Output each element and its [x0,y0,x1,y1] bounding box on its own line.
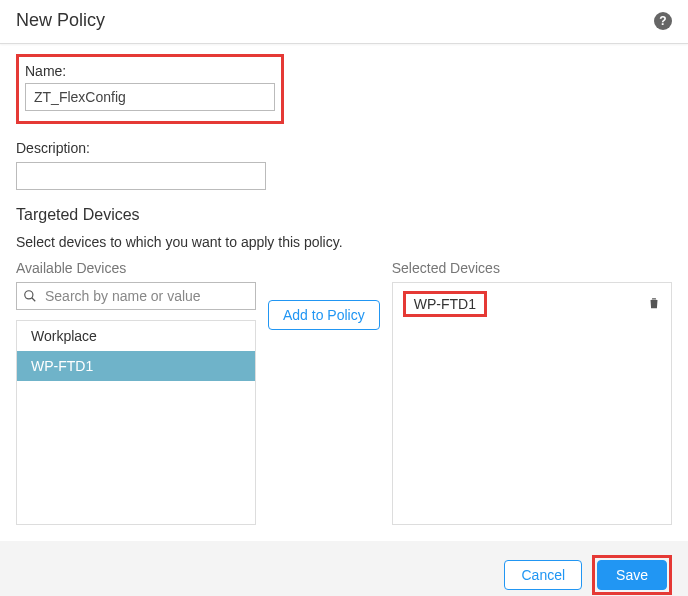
save-button[interactable]: Save [597,560,667,590]
list-item[interactable]: Workplace [17,321,255,351]
search-input[interactable] [43,287,249,305]
name-label: Name: [25,63,275,79]
svg-point-0 [25,291,33,299]
search-box[interactable] [16,282,256,310]
dialog-header: New Policy ? [0,0,688,44]
cancel-button[interactable]: Cancel [504,560,582,590]
name-field-highlight: Name: [16,54,284,124]
available-devices-label: Available Devices [16,260,256,276]
add-to-policy-button[interactable]: Add to Policy [268,300,380,330]
dialog-title: New Policy [16,10,105,31]
dialog-footer: Cancel Save [0,541,688,596]
targeted-devices-instructions: Select devices to which you want to appl… [16,234,672,250]
selected-devices-label: Selected Devices [392,260,672,276]
available-devices-list: Workplace WP-FTD1 [16,320,256,525]
selected-device-label: WP-FTD1 [414,296,476,312]
save-button-highlight: Save [592,555,672,595]
dialog-content: Name: Description: Targeted Devices Sele… [0,44,688,541]
help-icon[interactable]: ? [654,12,672,30]
selected-devices-list: WP-FTD1 [392,282,672,525]
svg-line-1 [32,298,36,302]
search-icon [23,289,37,303]
description-label: Description: [16,140,672,156]
selected-device-highlight: WP-FTD1 [403,291,487,317]
list-item: WP-FTD1 [403,291,661,317]
targeted-devices-title: Targeted Devices [16,206,672,224]
list-item[interactable]: WP-FTD1 [17,351,255,381]
name-input[interactable] [25,83,275,111]
delete-icon[interactable] [647,295,661,314]
description-input[interactable] [16,162,266,190]
